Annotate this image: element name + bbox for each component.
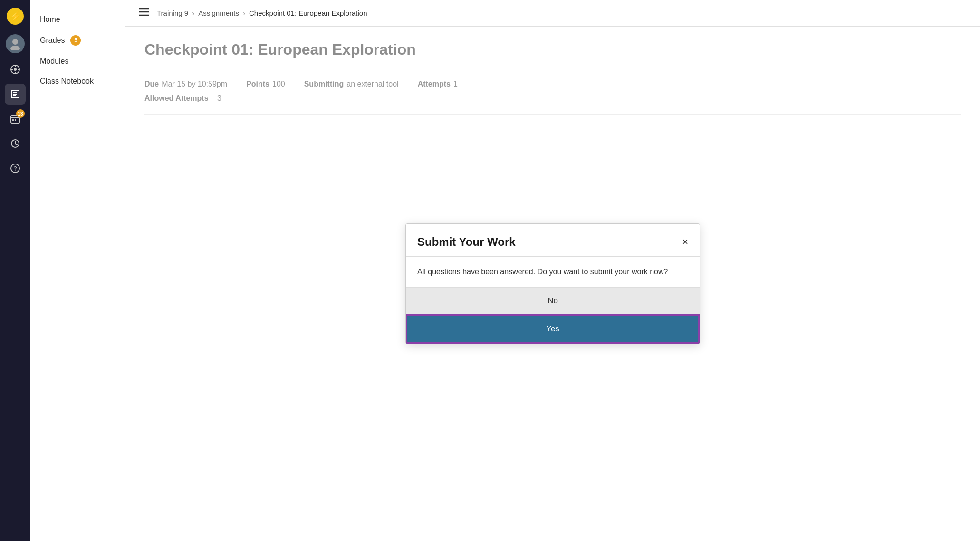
dashboard-icon-btn[interactable] [5, 59, 26, 80]
breadcrumb-sep2: › [243, 9, 245, 17]
nav-sidebar: Home Grades 5 Modules Class Notebook [30, 0, 125, 541]
icon-sidebar: ⚡ [0, 0, 30, 541]
nav-home[interactable]: Home [30, 10, 125, 29]
grades-badge: 5 [70, 35, 81, 46]
nav-class-notebook[interactable]: Class Notebook [30, 71, 125, 91]
modal-close-button[interactable]: × [682, 237, 688, 247]
modal-title: Submit Your Work [417, 235, 516, 249]
top-bar: Training 9 › Assignments › Checkpoint 01… [125, 0, 980, 27]
main-content: Training 9 › Assignments › Checkpoint 01… [125, 0, 980, 541]
logo-area: ⚡ [5, 6, 26, 27]
nav-modules[interactable]: Modules [30, 51, 125, 71]
svg-point-0 [12, 39, 18, 45]
submit-modal: Submit Your Work × All questions have be… [405, 223, 700, 344]
breadcrumb: Training 9 › Assignments › Checkpoint 01… [157, 9, 367, 17]
svg-rect-17 [15, 119, 16, 121]
modal-header: Submit Your Work × [406, 224, 700, 257]
breadcrumb-sep1: › [192, 9, 194, 17]
notifications-badge: 13 [16, 109, 25, 118]
breadcrumb-training9[interactable]: Training 9 [157, 9, 188, 17]
hamburger-menu[interactable] [135, 6, 153, 20]
content-area: Checkpoint 01: European Exploration Due … [125, 27, 980, 541]
history-icon-btn[interactable] [5, 133, 26, 154]
modal-body-text: All questions have been answered. Do you… [417, 268, 668, 276]
modal-body: All questions have been answered. Do you… [406, 257, 700, 288]
breadcrumb-current: Checkpoint 01: European Exploration [249, 9, 367, 17]
breadcrumb-assignments[interactable]: Assignments [198, 9, 239, 17]
modal-footer: No Yes [406, 288, 700, 344]
help-icon-btn[interactable]: ? [5, 158, 26, 179]
no-button[interactable]: No [406, 288, 700, 314]
yes-button[interactable]: Yes [406, 314, 700, 344]
avatar[interactable] [6, 34, 25, 53]
svg-text:?: ? [14, 165, 17, 172]
svg-rect-16 [12, 119, 14, 121]
svg-point-3 [14, 68, 17, 71]
modal-overlay: Submit Your Work × All questions have be… [125, 27, 980, 541]
logo-icon[interactable]: ⚡ [7, 8, 24, 25]
nav-grades[interactable]: Grades 5 [30, 29, 125, 51]
svg-point-1 [10, 46, 20, 50]
assignments-icon-btn[interactable] [5, 84, 26, 105]
calendar-icon-btn[interactable]: 13 [5, 108, 26, 129]
